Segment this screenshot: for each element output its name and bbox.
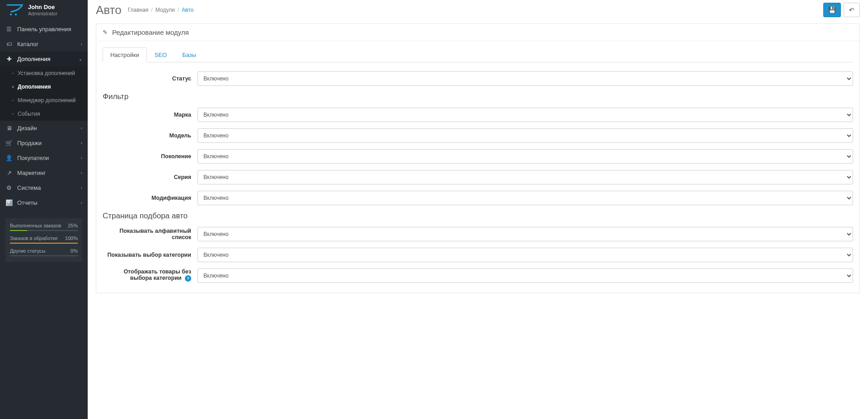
subnav-events[interactable]: » События xyxy=(0,107,88,121)
chevron-icon: » xyxy=(12,71,14,75)
stat-label: Заказов в обработке xyxy=(10,235,58,241)
nav-reports[interactable]: 📊 Отчеты › xyxy=(0,195,88,210)
select-modification[interactable]: Включено xyxy=(198,191,853,205)
nav-extensions[interactable]: ✚ Дополнения ⌄ xyxy=(0,52,88,66)
nav-label: Панель управления xyxy=(17,26,71,33)
row-series: Серия Включено xyxy=(103,170,853,184)
page-header: Авто Главная / Модули / Авто 💾 ↶ xyxy=(88,0,868,17)
select-series[interactable]: Включено xyxy=(198,170,853,184)
progress-bar xyxy=(10,230,78,231)
tab-db[interactable]: Базы xyxy=(175,47,204,62)
chevron-icon: » xyxy=(12,112,14,116)
breadcrumb-home[interactable]: Главная xyxy=(128,7,149,13)
svg-point-1 xyxy=(15,14,17,15)
main-content: Авто Главная / Модули / Авто 💾 ↶ ✎ Редак… xyxy=(88,0,868,419)
tab-settings[interactable]: Настройки xyxy=(103,47,147,62)
subnav-extensions: » Установка дополнений » Дополнения » Ме… xyxy=(0,66,88,121)
chevron-right-icon: › xyxy=(81,141,82,146)
save-button[interactable]: 💾 xyxy=(823,3,841,17)
select-no-category[interactable]: Включено xyxy=(198,268,853,283)
row-modification: Модификация Включено xyxy=(103,191,853,205)
subnav-extensions[interactable]: » Дополнения xyxy=(0,80,88,94)
dashboard-icon: ☰ xyxy=(5,26,13,33)
nav-label: Отчеты xyxy=(17,199,38,206)
label-model: Модель xyxy=(103,132,198,139)
label-status: Статус xyxy=(103,75,198,82)
user-icon: 👤 xyxy=(5,155,13,161)
subnav-installer[interactable]: » Установка дополнений xyxy=(0,66,88,80)
chevron-right-icon: › xyxy=(81,126,82,131)
select-generation[interactable]: Включено xyxy=(198,149,853,164)
label-alpha: Показывать алфавитный список xyxy=(103,228,198,240)
row-category: Показывать выбор категории Включено xyxy=(103,248,853,262)
progress-bar xyxy=(10,255,78,256)
nav-customers[interactable]: 👤 Покупатели › xyxy=(0,151,88,165)
reply-icon: ↶ xyxy=(849,6,854,14)
desktop-icon: 🖥 xyxy=(5,125,13,132)
row-status: Статус Включено xyxy=(103,71,853,86)
page-title: Авто xyxy=(96,3,122,17)
share-icon: ↗ xyxy=(5,169,13,176)
bars-icon: 📊 xyxy=(5,199,13,206)
cart-icon: 🛒 xyxy=(5,140,13,146)
stat-value: 25% xyxy=(68,223,78,228)
nav-marketing[interactable]: ↗ Маркетинг › xyxy=(0,165,88,180)
label-series: Серия xyxy=(103,174,198,180)
chevron-right-icon: › xyxy=(81,185,82,190)
nav-sales[interactable]: 🛒 Продажи › xyxy=(0,136,88,151)
help-icon[interactable]: ? xyxy=(185,275,191,282)
chevron-right-icon: › xyxy=(81,155,82,160)
panel-body: Настройки SEO Базы Статус Включено Фильт… xyxy=(96,41,859,293)
nav-dashboard[interactable]: ☰ Панель управления xyxy=(0,22,88,37)
subnav-modifications[interactable]: » Менеджер дополнений xyxy=(0,94,88,107)
sidebar-header: John Doe Administrator xyxy=(0,0,88,22)
legend-filter: Фильтр xyxy=(103,92,853,101)
sidebar: John Doe Administrator ☰ Панель управлен… xyxy=(0,0,88,419)
stat-label: Выполненных заказов xyxy=(10,223,61,228)
stat-other: Другие статусы 0% xyxy=(10,248,78,256)
logo-icon xyxy=(6,4,24,16)
select-model[interactable]: Включено xyxy=(198,128,853,143)
main-nav: ☰ Панель управления 🏷 Каталог › ✚ Дополн… xyxy=(0,22,88,210)
nav-label: Покупатели xyxy=(17,155,49,161)
select-alpha[interactable]: Включено xyxy=(198,227,853,241)
breadcrumb: Главная / Модули / Авто xyxy=(128,7,194,13)
user-info: John Doe Administrator xyxy=(28,4,57,16)
nav-label: Каталог xyxy=(17,41,38,47)
label-modification: Модификация xyxy=(103,195,198,201)
chevron-icon: » xyxy=(12,85,14,89)
user-name: John Doe xyxy=(28,4,57,10)
chevron-down-icon: ⌄ xyxy=(79,56,82,61)
select-status[interactable]: Включено xyxy=(198,71,853,86)
label-generation: Поколение xyxy=(103,153,198,160)
panel-heading: ✎ Редактирование модуля xyxy=(96,24,859,41)
select-category[interactable]: Включено xyxy=(198,248,853,262)
label-brand: Марка xyxy=(103,112,198,118)
back-button[interactable]: ↶ xyxy=(844,3,860,17)
chevron-right-icon: › xyxy=(81,42,82,47)
stats-box: Выполненных заказов 25% Заказов в обрабо… xyxy=(5,218,82,262)
nav-catalog[interactable]: 🏷 Каталог › xyxy=(0,37,88,52)
chevron-icon: » xyxy=(12,98,14,103)
subnav-label: Менеджер дополнений xyxy=(18,97,75,104)
tab-seo[interactable]: SEO xyxy=(147,47,175,62)
nav-system[interactable]: ⚙ Система › xyxy=(0,180,88,195)
subnav-label: События xyxy=(18,111,40,117)
nav-label: Маркетинг xyxy=(17,169,46,176)
edit-panel: ✎ Редактирование модуля Настройки SEO Ба… xyxy=(96,24,860,293)
row-alpha: Показывать алфавитный список Включено xyxy=(103,227,853,241)
select-brand[interactable]: Включено xyxy=(198,108,853,122)
row-no-category: Отображать товары без выбора категории ?… xyxy=(103,268,853,283)
user-role: Administrator xyxy=(28,11,57,16)
nav-design[interactable]: 🖥 Дизайн › xyxy=(0,121,88,136)
save-icon: 💾 xyxy=(828,6,836,14)
nav-label: Дизайн xyxy=(17,125,37,132)
breadcrumb-modules[interactable]: Модули xyxy=(156,7,175,13)
label-category: Показывать выбор категории xyxy=(103,252,198,258)
tabs: Настройки SEO Базы xyxy=(103,47,853,62)
stat-complete: Выполненных заказов 25% xyxy=(10,223,78,231)
row-generation: Поколение Включено xyxy=(103,149,853,164)
stat-processing: Заказов в обработке 100% xyxy=(10,235,78,244)
svg-point-0 xyxy=(10,14,12,15)
breadcrumb-current[interactable]: Авто xyxy=(182,7,193,13)
